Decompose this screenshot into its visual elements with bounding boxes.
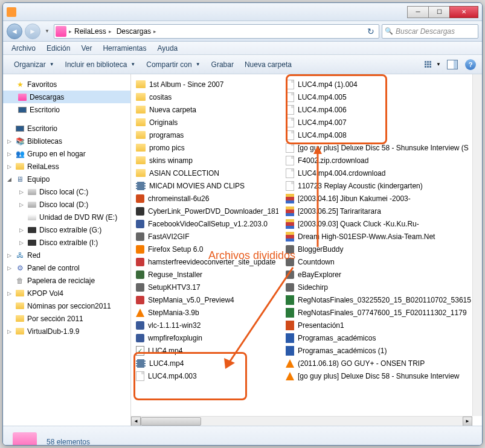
help-button[interactable]: ? (465, 59, 476, 70)
file-item[interactable]: 110723 Replay Acoustic (kindergarten) (283, 179, 472, 192)
file-item[interactable]: LUC4.mp4.003 (133, 370, 278, 382)
file-item[interactable]: FacebookVideoCallSetup_v1.2.203.0 (133, 217, 278, 230)
scroll-thumb[interactable] (141, 417, 201, 426)
file-item[interactable]: Dream High-S01ESP-Www.Asia-Team.Net (283, 230, 472, 243)
burn-button[interactable]: Grabar (207, 58, 239, 71)
breadcrumb-item[interactable]: ReilaLess ▸ (72, 25, 114, 38)
file-item[interactable]: Firefox Setup 6.0 (133, 243, 278, 255)
file-item[interactable]: SetupKHTV3.17 (133, 281, 278, 293)
tree-drive-i[interactable]: ▷Disco extraíble (I:) (3, 236, 130, 249)
file-name: CyberLink_PowerDVD_Downloader_1813 (148, 207, 278, 216)
menu-view[interactable]: Ver (76, 43, 97, 54)
tree-drive-c[interactable]: ▷Disco local (C:) (3, 185, 130, 198)
tree-network[interactable]: ▷🖧Red (3, 249, 130, 261)
search-input[interactable]: Buscar Descargas (382, 24, 478, 39)
file-item[interactable]: skins winamp (133, 154, 278, 167)
file-item[interactable]: ✓LUC4.mp4 (133, 344, 278, 357)
tree-libraries[interactable]: ▷📚Bibliotecas (3, 135, 130, 147)
tree-drive-e[interactable]: Unidad de DVD RW (E:) (3, 211, 130, 223)
breadcrumb-item[interactable]: Descargas ▸ (114, 25, 159, 38)
file-item[interactable]: StepMania-3.9b (133, 306, 278, 319)
tree-folder[interactable]: ▷KPOP Vol4 (3, 287, 130, 299)
file-item[interactable]: F4002.zip.crdownload (283, 154, 472, 167)
file-item[interactable]: LUC4.mp4.006 (283, 103, 472, 116)
file-item[interactable]: vlc-1.1.11-win32 (133, 319, 278, 331)
breadcrumb[interactable]: ▸ ReilaLess ▸ Descargas ▸ ↻ (54, 24, 379, 39)
file-item[interactable]: [2003.09.03] Quack Cluck -Ku.Ku.Ru- (283, 217, 472, 230)
file-item[interactable]: 1st Album - Since 2007 (133, 78, 278, 91)
file-list[interactable]: 1st Album - Since 2007cositasNueva carpe… (131, 74, 482, 426)
organize-button[interactable]: Organizar▼ (9, 58, 59, 71)
file-item[interactable]: LUC4.mp4 (1).004 (283, 78, 472, 91)
file-item[interactable]: LUC4.mp4 (133, 357, 278, 370)
file-item[interactable]: MICADI MOVIES AND CLIPS (133, 179, 278, 192)
file-item[interactable]: Originals (133, 116, 278, 129)
titlebar[interactable]: ─ ☐ ✕ (3, 3, 482, 21)
history-dropdown[interactable]: ▼ (43, 25, 51, 37)
menu-file[interactable]: Archivo (7, 43, 40, 54)
include-library-button[interactable]: Incluir en biblioteca▼ (60, 58, 141, 71)
preview-pane-button[interactable] (447, 60, 458, 69)
tree-homegroup[interactable]: ▷👥Grupo en el hogar (3, 147, 130, 160)
tree-drive-g[interactable]: ▷Disco extraíble (G:) (3, 223, 130, 236)
tree-downloads[interactable]: Descargas (3, 91, 130, 103)
file-item[interactable]: programas (133, 129, 278, 141)
tree-user[interactable]: ▷ReilaLess (3, 160, 130, 173)
file-item[interactable]: hamsterfreevideoconverter_site_update (133, 255, 278, 268)
file-item[interactable]: ASIAN COLLECTION (133, 167, 278, 179)
new-folder-button[interactable]: Nueva carpeta (240, 58, 297, 71)
file-item[interactable]: Presentación1 (283, 319, 472, 331)
file-item[interactable]: Programas_académicos (283, 331, 472, 344)
back-button[interactable]: ◄ (7, 24, 22, 39)
tree-folder[interactable]: Por sección 2011 (3, 312, 130, 325)
tree-computer[interactable]: ◢🖥Equipo (3, 173, 130, 185)
tree-folder[interactable]: ▷VirtualDub-1.9.9 (3, 325, 130, 338)
minimize-button[interactable]: ─ (407, 6, 429, 18)
file-item[interactable]: [2003.04.16] Jibun Kakumei -2003- (283, 192, 472, 205)
file-item[interactable]: FastAVI2GIF (133, 230, 278, 243)
file-item[interactable]: [go guy plus] Deluxe Disc 58 - Shunsuke … (283, 141, 472, 154)
file-item[interactable]: promo pics (133, 141, 278, 154)
tree-desktop-fav[interactable]: Escritorio (3, 103, 130, 116)
tree-favorites[interactable]: ★Favoritos (3, 78, 130, 91)
file-item[interactable]: cositas (133, 91, 278, 103)
menu-edit[interactable]: Edición (42, 43, 75, 54)
file-item[interactable]: StepMania_v5.0_Preview4 (133, 293, 278, 306)
view-options[interactable]: ▼ (425, 61, 441, 68)
tree-control-panel[interactable]: ▷⚙Panel de control (3, 261, 130, 274)
file-item[interactable]: LUC4.mp4.007 (283, 116, 472, 129)
file-item[interactable]: LUC4.mp4.008 (283, 129, 472, 141)
file-item[interactable]: BloggerBuddy (283, 243, 472, 255)
tree-drive-d[interactable]: ▷Disco local (D:) (3, 198, 130, 211)
file-item[interactable]: LUC4.mp4.005 (283, 91, 472, 103)
tree-recycle-bin[interactable]: 🗑Papelera de reciclaje (3, 274, 130, 287)
file-item[interactable]: Sidechirp (283, 281, 472, 293)
scroll-left-button[interactable]: ◄ (131, 417, 141, 426)
vertical-scrollbar[interactable] (472, 74, 482, 416)
refresh-button[interactable]: ↻ (364, 25, 377, 38)
file-item[interactable]: RegNotasFinales_03225520_15_B020110702_5… (283, 293, 472, 306)
file-item[interactable]: Programas_académicos (1) (283, 344, 472, 357)
menu-help[interactable]: Ayuda (152, 43, 182, 54)
menu-tools[interactable]: Herramientas (98, 43, 151, 54)
file-item[interactable]: Countdown (283, 255, 472, 268)
horizontal-scrollbar[interactable]: ◄ ► (131, 416, 472, 426)
share-button[interactable]: Compartir con▼ (141, 58, 205, 71)
file-item[interactable]: eBayExplorer (283, 268, 472, 281)
file-item[interactable]: CyberLink_PowerDVD_Downloader_1813 (133, 205, 278, 217)
file-item[interactable]: wmpfirefoxplugin (133, 331, 278, 344)
file-item[interactable]: [go guy plus] Deluxe Disc 58 - Shunsuke … (283, 370, 472, 382)
close-button[interactable]: ✕ (449, 6, 478, 18)
file-item[interactable]: chromeinstall-6u26 (133, 192, 278, 205)
tree-desktop[interactable]: Escritorio (3, 122, 130, 135)
file-item[interactable]: (2011.06.18) GO GUY+ - ONSEN TRIP (283, 357, 472, 370)
scroll-right-button[interactable]: ► (463, 417, 472, 426)
forward-button[interactable]: ► (25, 24, 40, 39)
maximize-button[interactable]: ☐ (428, 6, 450, 18)
file-item[interactable]: LUC4.mp4.004.crdownload (283, 167, 472, 179)
file-item[interactable]: RegNotasFinales_07747600_15_F020111302_1… (283, 306, 472, 319)
tree-folder[interactable]: Nóminas por seccion2011 (3, 299, 130, 312)
file-item[interactable]: [2003.06.25] Tariraritarara (283, 205, 472, 217)
file-item[interactable]: Nueva carpeta (133, 103, 278, 116)
file-item[interactable]: Reguse_Installer (133, 268, 278, 281)
